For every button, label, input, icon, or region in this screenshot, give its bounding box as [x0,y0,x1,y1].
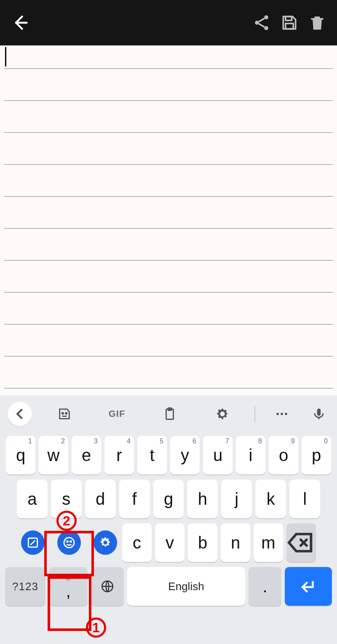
key-d[interactable]: d [85,480,116,518]
key-q[interactable]: 1q [6,436,35,474]
save-button[interactable] [279,12,300,33]
key-w[interactable]: 2w [39,436,68,474]
key-m[interactable]: m [254,523,283,562]
key-k[interactable]: k [255,480,286,518]
svg-point-8 [65,413,67,414]
svg-rect-4 [286,16,292,20]
key-r[interactable]: 4r [104,436,134,474]
key-p[interactable]: 0p [302,436,331,474]
svg-point-16 [64,538,74,548]
key-e[interactable]: 3e [72,436,101,474]
settings-button[interactable] [202,402,243,426]
key-l[interactable]: l [289,480,320,518]
key-i[interactable]: 8i [236,436,265,474]
svg-point-18 [70,541,72,542]
key-t[interactable]: 5t [137,436,167,474]
share-button[interactable] [251,12,272,33]
keyboard: GIF 1q2w3e4r5t6y7u8i9o0p asdfghjkl [0,395,337,644]
suggestion-bar: GIF [0,395,337,432]
sticker-button[interactable] [44,402,85,426]
mic-button[interactable] [308,402,329,426]
spacebar-key[interactable]: English [127,567,245,606]
more-button[interactable] [267,402,297,426]
backspace-key[interactable] [286,523,316,562]
comma-glyph: , [66,583,70,599]
key-u[interactable]: 7u [203,436,233,474]
svg-point-17 [67,541,68,542]
key-a[interactable]: a [17,480,48,518]
app-bar [0,0,337,45]
note-text-area[interactable] [0,45,337,395]
text-cursor [5,47,6,66]
svg-point-11 [276,413,279,415]
back-button[interactable] [9,12,30,33]
svg-rect-5 [286,24,293,29]
emoji-hint-icon: ☺ [64,573,72,582]
svg-rect-6 [311,18,323,20]
separator [254,405,255,422]
shift-popup-group [21,530,119,555]
enter-key[interactable] [285,567,332,606]
language-switch-key[interactable] [91,567,124,606]
key-f[interactable]: f [119,480,150,518]
key-o[interactable]: 9o [269,436,298,474]
svg-rect-14 [317,408,321,416]
key-n[interactable]: n [221,523,250,562]
key-s[interactable]: s [51,480,82,518]
collapse-suggestions-button[interactable] [8,402,32,426]
key-v[interactable]: v [155,523,185,562]
period-key[interactable]: . [249,567,281,606]
keyboard-settings-button[interactable] [94,530,117,555]
svg-point-7 [62,413,63,414]
symbols-key[interactable]: ?123 [5,567,45,606]
gif-button[interactable]: GIF [96,402,137,426]
svg-point-12 [281,413,283,415]
svg-point-2 [255,21,259,25]
key-h[interactable]: h [187,480,218,518]
key-j[interactable]: j [221,480,252,518]
delete-button[interactable] [307,12,328,33]
key-c[interactable]: c [122,523,152,562]
emoji-picker-button[interactable] [57,530,81,555]
svg-point-1 [264,15,268,19]
keyboard-rows: 1q2w3e4r5t6y7u8i9o0p asdfghjkl cvbnm ?12… [0,432,337,612]
clipboard-button[interactable] [149,402,190,426]
handwriting-button[interactable] [21,530,45,555]
svg-point-3 [264,26,268,30]
key-b[interactable]: b [188,523,217,562]
comma-key[interactable]: ☺ , [49,567,88,606]
svg-point-13 [285,413,287,415]
key-y[interactable]: 6y [170,436,200,474]
key-g[interactable]: g [153,480,184,518]
